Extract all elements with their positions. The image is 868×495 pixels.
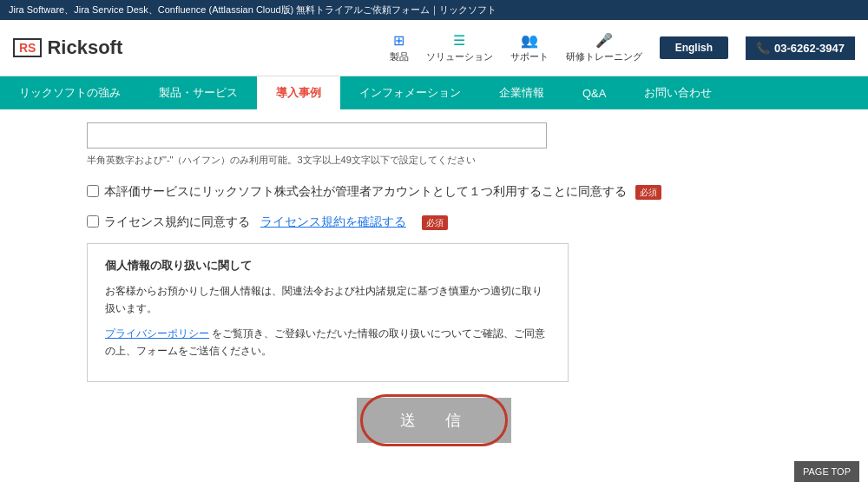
- checkbox-row-2: ライセンス規約に同意する ライセンス規約を確認する 必須: [87, 213, 781, 231]
- announcement-text: Jira Software、Jira Service Desk、Confluen…: [9, 4, 496, 15]
- privacy-policy-link[interactable]: プライバシーポリシー: [105, 327, 209, 340]
- products-icon: ⊞: [393, 32, 404, 49]
- training-nav[interactable]: 🎤 研修トレーニング: [566, 32, 642, 63]
- checkbox-license-consent[interactable]: [87, 215, 99, 228]
- main-nav: リックソフトの強み 製品・サービス 導入事例 インフォメーション 企業情報 Q&…: [0, 76, 868, 109]
- products-nav[interactable]: ⊞ 製品: [390, 32, 409, 63]
- hint-text: 半角英数字および"-"（ハイフン）のみ利用可能。3文字以上49文字以下で設定して…: [87, 154, 781, 167]
- announcement-bar: Jira Software、Jira Service Desk、Confluen…: [0, 0, 868, 20]
- text-input[interactable]: [87, 122, 547, 148]
- nav-info[interactable]: インフォメーション: [340, 76, 480, 109]
- privacy-box: 個人情報の取り扱いに関して お客様からお預かりした個人情報は、関連法令および社内…: [87, 243, 569, 382]
- nav-cases[interactable]: 導入事例: [257, 76, 340, 109]
- products-label: 製品: [390, 50, 409, 63]
- header: RS Ricksoft ⊞ 製品 ☰ ソリューション 👥 サポート 🎤 研修トレ…: [0, 20, 868, 76]
- checkbox-row-1: 本評価サービスにリックソフト株式会社が管理者アカウントとして１つ利用することに同…: [87, 182, 781, 201]
- support-icon: 👥: [521, 32, 538, 49]
- support-label: サポート: [510, 50, 549, 63]
- checkbox2-label: ライセンス規約に同意する ライセンス規約を確認する 必須: [104, 213, 448, 231]
- logo-rs: RS: [13, 38, 42, 57]
- solutions-nav[interactable]: ☰ ソリューション: [426, 32, 493, 63]
- submit-area: 送 信: [87, 398, 781, 443]
- phone-number: 03-6262-3947: [774, 42, 845, 55]
- header-nav: ⊞ 製品 ☰ ソリューション 👥 サポート 🎤 研修トレーニング English…: [390, 32, 855, 63]
- nav-contact[interactable]: お問い合わせ: [625, 76, 731, 109]
- training-label: 研修トレーニング: [566, 50, 642, 63]
- privacy-text-1: お客様からお預かりした個人情報は、関連法令および社内諸規定に基づき慎重かつ適切に…: [105, 282, 550, 318]
- nav-products[interactable]: 製品・サービス: [140, 76, 257, 109]
- content: 半角英数字および"-"（ハイフン）のみ利用可能。3文字以上49文字以下で設定して…: [0, 109, 868, 456]
- training-icon: 🎤: [595, 32, 613, 49]
- privacy-title: 個人情報の取り扱いに関して: [105, 258, 550, 274]
- checkbox-admin-consent[interactable]: [87, 185, 99, 197]
- checkbox1-label: 本評価サービスにリックソフト株式会社が管理者アカウントとして１つ利用することに同…: [104, 182, 661, 201]
- required-badge-2: 必須: [422, 215, 448, 230]
- support-nav[interactable]: 👥 サポート: [510, 32, 549, 63]
- nav-strengths[interactable]: リックソフトの強み: [0, 76, 140, 109]
- nav-qa[interactable]: Q&A: [563, 78, 625, 109]
- submit-button[interactable]: 送 信: [357, 398, 511, 443]
- logo-name: Ricksoft: [47, 36, 122, 59]
- phone-area[interactable]: 📞 03-6262-3947: [746, 36, 855, 60]
- license-link[interactable]: ライセンス規約を確認する: [260, 214, 406, 228]
- english-button[interactable]: English: [660, 36, 728, 59]
- required-badge-1: 必須: [635, 185, 661, 200]
- nav-company[interactable]: 企業情報: [480, 76, 563, 109]
- logo-area: RS Ricksoft: [13, 36, 390, 59]
- solutions-icon: ☰: [453, 32, 465, 49]
- phone-icon: 📞: [756, 42, 770, 55]
- page-top-button[interactable]: PAGE TOP: [794, 461, 859, 482]
- solutions-label: ソリューション: [426, 50, 493, 63]
- privacy-text-2: プライバシーポリシー をご覧頂き、ご登録いただいた情報の取り扱いについてご確認、…: [105, 325, 550, 360]
